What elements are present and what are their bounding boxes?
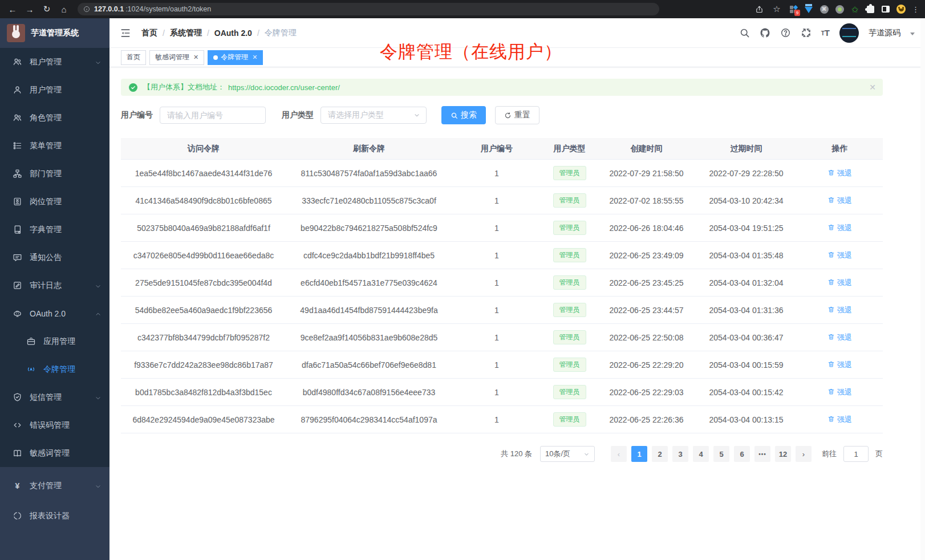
force-logout-button[interactable]: 强退 — [827, 278, 852, 288]
sidebar-item-菜单管理[interactable]: 菜单管理 — [0, 132, 109, 160]
token-broadcast-icon — [26, 364, 36, 374]
action-cell: 强退 — [797, 223, 883, 233]
user-type-badge: 管理员 — [553, 166, 586, 180]
sidebar-item-报表设计器[interactable]: 报表设计器 — [0, 501, 109, 531]
created-at-cell: 2022-07-29 21:58:50 — [597, 169, 696, 178]
extension-record-icon[interactable] — [835, 5, 844, 14]
sidebar-item-敏感词管理[interactable]: 敏感词管理 — [0, 439, 109, 467]
sidebar-item-错误码管理[interactable]: 错误码管理 — [0, 411, 109, 439]
breadcrumb-item[interactable]: OAuth 2.0 — [214, 29, 252, 38]
browser-menu-icon[interactable]: ⋮ — [912, 5, 919, 14]
sidebar-item-租户管理[interactable]: 租户管理 — [0, 48, 109, 76]
page-button-4[interactable]: 4 — [693, 446, 709, 462]
page-button-6[interactable]: 6 — [734, 446, 750, 462]
sidebar-item-OAuth 2.0[interactable]: OAuth 2.0 — [0, 299, 109, 327]
sidebar-item-label: 用户管理 — [30, 85, 62, 95]
extension-command-icon[interactable]: ⌘ — [819, 5, 829, 14]
sidebar-item-岗位管理[interactable]: 岗位管理 — [0, 188, 109, 216]
force-logout-button[interactable]: 强退 — [827, 223, 852, 233]
sidebar-item-审计日志[interactable]: 审计日志 — [0, 271, 109, 299]
sidebar-menu: 租户管理用户管理角色管理菜单管理部门管理岗位管理字典管理通知公告审计日志OAut… — [0, 48, 109, 467]
tab-敏感词管理[interactable]: 敏感词管理✕ — [149, 50, 204, 65]
force-logout-button[interactable]: 强退 — [827, 415, 852, 425]
page-button-1[interactable]: 1 — [631, 446, 647, 462]
force-logout-button[interactable]: 强退 — [827, 168, 852, 178]
force-logout-button[interactable]: 强退 — [827, 196, 852, 206]
close-icon[interactable]: ✕ — [193, 54, 198, 61]
tab-首页[interactable]: 首页 — [121, 50, 146, 65]
github-icon[interactable] — [760, 27, 770, 38]
breadcrumb-item[interactable]: 首页 — [141, 28, 157, 38]
profile-emoji-icon[interactable] — [896, 5, 906, 14]
font-size-icon[interactable]: TT — [821, 28, 830, 38]
sidebar-item-角色管理[interactable]: 角色管理 — [0, 104, 109, 132]
page-button-5[interactable]: 5 — [713, 446, 729, 462]
app-logo-row[interactable]: 芋道管理系统 — [0, 18, 109, 48]
force-logout-button[interactable]: 强退 — [827, 305, 852, 315]
force-logout-button[interactable]: 强退 — [827, 332, 852, 343]
access-token-cell: 6d842e2924594de9a09e45e087323abe — [121, 415, 286, 424]
extension-star-icon[interactable]: ✩ — [850, 5, 859, 14]
user-type-badge: 管理员 — [553, 385, 586, 399]
sidebar-item-通知公告[interactable]: 通知公告 — [0, 244, 109, 271]
alert-close-icon[interactable]: ✕ — [869, 83, 876, 92]
page-button-12[interactable]: 12 — [775, 446, 791, 462]
browser-address-bar[interactable]: 127.0.0.1:1024/system/oauth2/token — [78, 3, 659, 15]
access-token-cell: 1ea5e44f8bc1467aaede43144f31de76 — [121, 169, 286, 178]
search-button[interactable]: 搜索 — [441, 106, 486, 124]
user-type-badge: 管理员 — [553, 412, 586, 427]
extensions-puzzle-icon[interactable] — [866, 5, 875, 14]
sidebar-item-字典管理[interactable]: 字典管理 — [0, 216, 109, 244]
extension-gem-icon[interactable] — [804, 5, 813, 14]
browser-forward-icon[interactable]: → — [23, 2, 36, 16]
sidebar-item-label: 短信管理 — [30, 392, 62, 403]
browser-reload-icon[interactable]: ↻ — [40, 2, 54, 16]
tab-令牌管理[interactable]: 令牌管理✕ — [208, 50, 263, 65]
sidebar-item-部门管理[interactable]: 部门管理 — [0, 160, 109, 188]
close-icon[interactable]: ✕ — [252, 54, 257, 61]
side-panel-icon[interactable] — [881, 5, 890, 14]
page-info-icon[interactable] — [83, 6, 90, 13]
help-icon[interactable] — [780, 27, 791, 38]
page-button-2[interactable]: 2 — [652, 446, 668, 462]
page-ellipsis[interactable]: ••• — [754, 446, 770, 462]
force-logout-button[interactable]: 强退 — [827, 250, 852, 261]
reset-button[interactable]: 重置 — [495, 106, 539, 124]
sidebar-item-用户管理[interactable]: 用户管理 — [0, 76, 109, 104]
extension-grid-icon[interactable]: 9 — [789, 5, 798, 14]
force-logout-button[interactable]: 强退 — [827, 360, 852, 370]
user-avatar[interactable] — [839, 23, 859, 43]
sidebar-item-短信管理[interactable]: 短信管理 — [0, 383, 109, 411]
pay-yen-icon: ¥ — [13, 481, 22, 490]
breadcrumb-item[interactable]: 系统管理 — [170, 28, 202, 38]
goto-page-input[interactable] — [843, 446, 869, 462]
prev-page-button[interactable]: ‹ — [611, 446, 627, 462]
sidebar-item-令牌管理[interactable]: 令牌管理 — [0, 355, 109, 383]
created-at-cell: 2022-06-25 23:49:09 — [597, 251, 696, 260]
browser-home-icon[interactable]: ⌂ — [57, 2, 71, 16]
expires-at-cell: 2054-03-04 00:36:47 — [696, 333, 797, 342]
user-menu-caret-icon[interactable] — [910, 33, 915, 35]
table-row: c342377bf8b344799dcbf7bf095287f29ce8ef2a… — [121, 324, 883, 351]
user-name[interactable]: 芋道源码 — [869, 28, 900, 38]
user-id-input[interactable] — [160, 107, 266, 124]
search-icon — [451, 112, 458, 119]
sidebar-fold-icon[interactable] — [120, 27, 131, 39]
sidebar-item-支付管理[interactable]: ¥支付管理 — [0, 470, 109, 501]
filter-form: 用户编号 用户类型 请选择用户类型 搜索 重置 — [121, 106, 883, 124]
sidebar-item-应用管理[interactable]: 应用管理 — [0, 327, 109, 355]
share-icon[interactable] — [753, 2, 765, 16]
user-type-select[interactable]: 请选择用户类型 — [320, 107, 427, 124]
action-cell: 强退 — [797, 250, 883, 261]
alert-doc-link[interactable]: https://doc.iocoder.cn/user-center/ — [228, 83, 340, 92]
bookmark-star-icon[interactable]: ☆ — [771, 2, 782, 16]
page-size-select[interactable]: 10条/页 — [540, 446, 595, 462]
page-button-3[interactable]: 3 — [672, 446, 688, 462]
force-logout-button[interactable]: 强退 — [827, 387, 852, 397]
next-page-button[interactable]: › — [796, 446, 812, 462]
page-scrollbar[interactable] — [920, 18, 925, 560]
browser-back-icon[interactable]: ← — [6, 2, 19, 16]
search-icon[interactable] — [739, 27, 750, 38]
user-type-badge: 管理员 — [553, 330, 586, 344]
fullscreen-icon[interactable] — [801, 27, 812, 38]
